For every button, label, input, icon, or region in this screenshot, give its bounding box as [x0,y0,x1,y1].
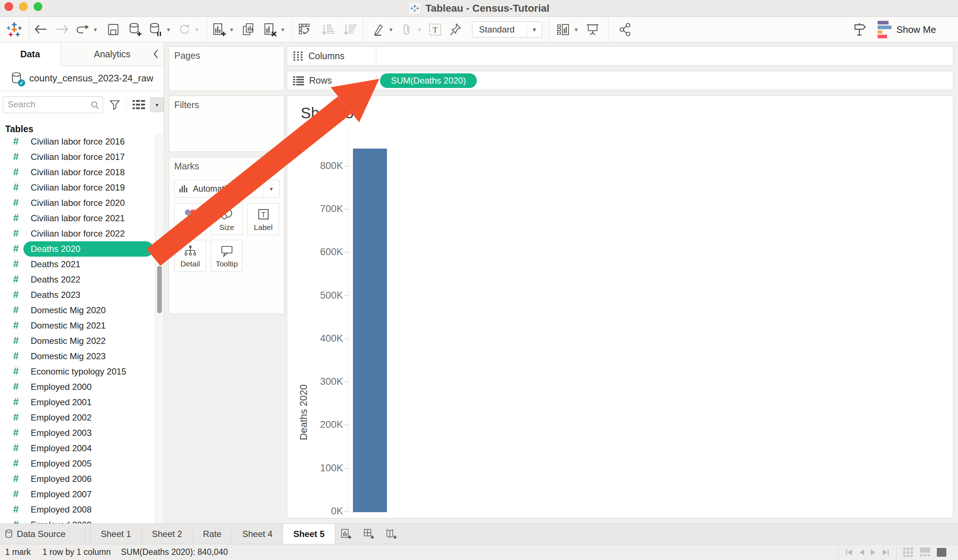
redo-button[interactable] [54,19,70,40]
tab-sheet-2[interactable]: Sheet 2 [142,524,193,544]
show-hide-cards-button[interactable] [555,19,572,40]
filters-card[interactable]: Filters [169,96,284,152]
sheet-sorter-view-button[interactable] [903,547,914,557]
collapse-pane-chevron-icon[interactable] [153,49,159,59]
tooltip-button[interactable]: Tooltip [211,240,243,272]
tab-sheet-5[interactable]: Sheet 5 [283,524,335,544]
show-hide-cards-caret[interactable]: ▾ [572,26,581,33]
field-row-civilian-labor-force-2019[interactable]: #Civilian labor force 2019 [0,180,164,195]
datasource-row[interactable]: ✓ county_census_2023-24_raw [0,66,164,91]
clear-sheet-caret[interactable]: ▾ [278,26,287,33]
group-members-button[interactable] [398,19,415,40]
next-sheet-button[interactable] [870,549,877,556]
field-row-employed-2002[interactable]: #Employed 2002 [0,410,164,425]
new-dashboard-tab-button[interactable] [358,524,381,544]
mark-type-caret[interactable]: ▾ [263,180,279,197]
minimize-window-button[interactable] [19,2,28,11]
tab-rate[interactable]: Rate [192,524,232,544]
swap-rows-columns-button[interactable] [296,19,313,40]
tab-data[interactable]: Data [0,42,60,66]
new-data-source-button[interactable] [127,19,144,40]
active-sheet-view-button[interactable] [937,548,946,557]
field-row-domestic-mig-2023[interactable]: #Domestic Mig 2023 [0,349,164,364]
share-workbook-button[interactable] [617,19,634,40]
field-row-employed-2008[interactable]: #Employed 2008 [0,502,164,517]
group-members-caret[interactable]: ▾ [415,26,424,33]
tab-data-source[interactable]: Data Source [0,524,85,544]
pause-auto-updates-caret[interactable]: ▾ [164,26,173,33]
save-button[interactable] [105,19,122,40]
zoom-window-button[interactable] [33,2,42,11]
field-row-employed-2001[interactable]: #Employed 2001 [0,395,164,410]
field-row-economic-typology-2015[interactable]: #Economic typology 2015 [0,364,164,379]
field-row-employed-2004[interactable]: #Employed 2004 [0,441,164,456]
field-row-employed-2006[interactable]: #Employed 2006 [0,471,164,487]
field-row-employed-2005[interactable]: #Employed 2005 [0,456,164,471]
fit-selector-caret[interactable]: ▾ [527,22,542,37]
show-me-button[interactable]: Show Me [878,21,936,38]
clear-sheet-button[interactable] [262,19,278,40]
pages-card[interactable]: Pages [169,46,284,91]
scrollbar-thumb[interactable] [157,266,162,313]
field-row-civilian-labor-force-2021[interactable]: #Civilian labor force 2021 [0,210,164,226]
previous-sheet-button[interactable] [858,549,865,556]
field-row-employed-2003[interactable]: #Employed 2003 [0,425,164,441]
filter-fields-icon[interactable] [109,99,121,111]
fit-selector[interactable]: Standard ▾ [472,22,542,38]
tab-sheet-1[interactable]: Sheet 1 [90,524,142,544]
field-row-domestic-mig-2022[interactable]: #Domestic Mig 2022 [0,333,164,349]
field-row-deaths-2020[interactable]: #Deaths 2020 [0,241,164,257]
color-button[interactable]: Color [174,203,206,235]
label-button[interactable]: T Label [247,203,279,235]
close-window-button[interactable] [5,2,13,11]
mark-type-dropdown[interactable]: Automatic ▾ [174,180,279,198]
field-row-civilian-labor-force-2020[interactable]: #Civilian labor force 2020 [0,195,164,210]
replay-button[interactable] [74,19,91,40]
field-row-employed-2000[interactable]: #Employed 2000 [0,379,164,395]
bar-deaths-2020[interactable] [353,149,387,512]
field-row-employed-2009[interactable]: #Employed 2009 [0,517,164,524]
new-worksheet-button[interactable] [211,19,227,40]
field-row-employed-2007[interactable]: #Employed 2007 [0,487,164,502]
run-auto-updates-button[interactable] [176,19,192,40]
field-row-civilian-labor-force-2016[interactable]: #Civilian labor force 2016 [0,134,164,149]
fix-axes-button[interactable] [447,19,464,40]
data-pane-options-caret[interactable]: ▾ [150,98,164,112]
presentation-mode-button[interactable] [584,19,601,40]
duplicate-sheet-button[interactable] [240,19,257,40]
data-pane-scrollbar[interactable] [155,134,163,524]
search-input[interactable] [3,97,95,112]
highlight-button[interactable] [370,19,387,40]
field-row-civilian-labor-force-2022[interactable]: #Civilian labor force 2022 [0,226,164,241]
field-row-deaths-2021[interactable]: #Deaths 2021 [0,257,164,272]
filmstrip-view-button[interactable] [920,547,930,557]
search-box[interactable] [3,96,103,113]
highlight-caret[interactable]: ▾ [387,26,395,33]
new-worksheet-caret[interactable]: ▾ [227,26,236,33]
rows-pill-sum-deaths-2020[interactable]: SUM(Deaths 2020) [380,73,477,88]
field-row-domestic-mig-2020[interactable]: #Domestic Mig 2020 [0,303,164,318]
replay-dropdown-caret[interactable]: ▾ [91,26,100,33]
tab-analytics[interactable]: Analytics [60,42,164,66]
columns-shelf[interactable]: Columns [287,46,953,66]
size-button[interactable]: Size [211,203,243,235]
detail-button[interactable]: Detail [174,240,206,272]
field-row-civilian-labor-force-2018[interactable]: #Civilian labor force 2018 [0,165,164,180]
view-data-grid-icon[interactable] [127,100,145,110]
run-auto-updates-caret[interactable]: ▾ [192,26,201,33]
rows-shelf[interactable]: Rows SUM(Deaths 2020) [287,71,953,90]
show-mark-labels-button[interactable]: T [427,19,444,40]
new-story-tab-button[interactable] [381,524,403,544]
undo-button[interactable] [33,19,49,40]
sort-descending-button[interactable] [342,19,358,40]
pause-auto-updates-button[interactable] [147,19,164,40]
sort-ascending-button[interactable] [320,19,336,40]
new-worksheet-tab-button[interactable] [335,524,358,544]
signpost-button[interactable] [851,19,868,40]
last-sheet-button[interactable] [882,549,890,556]
field-row-deaths-2022[interactable]: #Deaths 2022 [0,272,164,287]
first-sheet-button[interactable] [845,549,853,556]
tableau-logo-icon[interactable] [6,19,23,40]
field-row-civilian-labor-force-2017[interactable]: #Civilian labor force 2017 [0,149,164,165]
tab-sheet-4[interactable]: Sheet 4 [232,524,283,544]
